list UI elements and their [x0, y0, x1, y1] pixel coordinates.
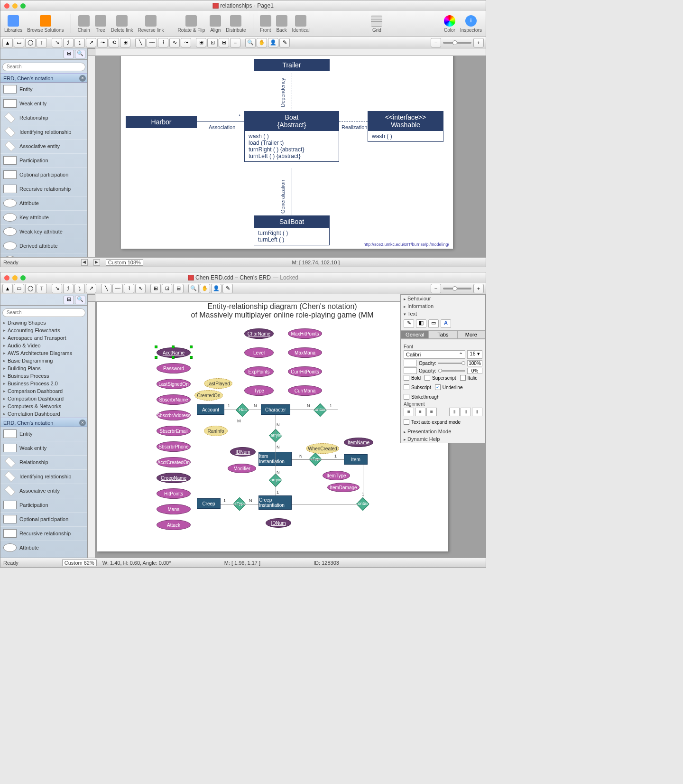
class-boat[interactable]: Boat {Abstract} wash ( ) load (Trailer t… — [244, 111, 339, 162]
line-tool-3[interactable]: ⌇ — [124, 284, 134, 293]
entity-creep[interactable]: Creep — [197, 498, 221, 509]
scroll-right-button[interactable]: ▶ — [93, 259, 100, 266]
ruler-vertical[interactable] — [88, 302, 95, 558]
attr-sbscrbrphone[interactable]: SbscrbrPhone — [157, 441, 191, 452]
attr-sbscrbrname[interactable]: SbscrbrName — [157, 394, 191, 405]
entity-item-inst[interactable]: Item Instantiation — [258, 452, 292, 466]
lib-item[interactable]: Identifying relationship — [0, 125, 87, 140]
lib-item[interactable]: Key attribute — [0, 555, 87, 558]
chk-italic[interactable]: Italic — [460, 375, 478, 381]
chk-strike[interactable]: Strikethrough — [404, 394, 482, 400]
tree-item[interactable]: Correlation Dashboard — [0, 410, 87, 418]
grid-tool[interactable]: ⊞ — [196, 38, 206, 47]
attr-currhitpoints[interactable]: CurrHitPoints — [288, 366, 322, 377]
chk-bold[interactable]: Bold — [404, 375, 421, 381]
text-style-icon-2[interactable]: ◧ — [416, 319, 426, 328]
zoom-slider[interactable] — [443, 42, 471, 44]
guides-tool[interactable]: ⊟ — [173, 284, 184, 293]
attr-charname[interactable]: CharName — [244, 328, 274, 339]
back-button[interactable]: Back — [276, 15, 287, 33]
connector-tool-3[interactable]: ⤵ — [74, 284, 85, 293]
class-trailer[interactable]: Trailer — [254, 59, 330, 71]
lib-item[interactable]: Weak key attribute — [0, 225, 87, 239]
text-style-icon-3[interactable]: ▭ — [428, 319, 439, 328]
lib-item[interactable]: Identifying relationship — [0, 470, 87, 484]
lib-item[interactable]: Entity — [0, 427, 87, 441]
line-tool-2[interactable]: 〰 — [147, 38, 157, 47]
zoom-out-button[interactable]: − — [431, 284, 441, 293]
oval-tool[interactable]: ◯ — [25, 284, 36, 293]
tree-item[interactable]: AWS Architecture Diagrams — [0, 349, 87, 357]
line-tool-5[interactable]: ⤳ — [181, 38, 191, 47]
align-right[interactable]: ≡ — [426, 408, 437, 416]
guides-tool[interactable]: ⊟ — [219, 38, 229, 47]
dependency-arrow[interactable] — [292, 73, 292, 111]
canvas-area[interactable]: Entity-relationship diagram (Chen's nota… — [88, 294, 486, 558]
attr-creepname[interactable]: CreepName — [157, 473, 191, 483]
connector-tool-6[interactable]: ⟲ — [109, 38, 119, 47]
front-button[interactable]: Front — [260, 15, 271, 33]
line-tool[interactable]: ╲ — [101, 284, 111, 293]
maximize-icon[interactable] — [20, 3, 26, 9]
opacity-slider-1[interactable] — [438, 363, 465, 364]
attr-createdon[interactable]: CreatedOn — [194, 390, 223, 401]
attr-attack[interactable]: Attack — [157, 520, 191, 530]
tab-general[interactable]: General — [401, 330, 429, 339]
entity-character[interactable]: Character — [261, 404, 290, 415]
valign-mid[interactable]: ⫴ — [461, 408, 471, 416]
opacity-slider-2[interactable] — [438, 370, 465, 372]
rect-tool[interactable]: ▭ — [14, 38, 24, 47]
lib-item[interactable]: Relationship — [0, 111, 87, 125]
ruler-horizontal[interactable] — [95, 48, 486, 56]
valign-bot[interactable]: ⫴ — [472, 408, 482, 416]
brush-tool[interactable]: ✎ — [279, 38, 290, 47]
class-sailboat[interactable]: SailBoat turnRight ( ) turnLeft ( ) — [254, 215, 330, 245]
attr-maxmana[interactable]: MaxMana — [288, 347, 322, 358]
line-tool[interactable]: ╲ — [135, 38, 146, 47]
attr-modifier[interactable]: Modifier — [228, 464, 256, 473]
lib-item[interactable]: Weak entity — [0, 441, 87, 456]
attr-raninfo[interactable]: RanInfo — [204, 426, 228, 436]
browse-solutions-button[interactable]: Browse Solutions — [27, 15, 64, 33]
search-input[interactable] — [2, 308, 85, 317]
tab-more[interactable]: More — [457, 330, 485, 339]
attr-idnum-2[interactable]: IDNum — [266, 518, 291, 528]
zoom-combo[interactable]: Custom 62% — [62, 560, 97, 566]
connector-tool-5[interactable]: ⤳ — [97, 38, 108, 47]
line-tool-2[interactable]: 〰 — [112, 284, 123, 293]
interface-washable[interactable]: <<interface>> Washable wash ( ) — [368, 111, 443, 142]
color-button[interactable]: Color — [444, 15, 455, 33]
tree-item[interactable]: Business Process — [0, 372, 87, 380]
lib-item[interactable]: Associative entity — [0, 484, 87, 498]
insp-information[interactable]: Information — [401, 302, 485, 310]
realization-arrow[interactable] — [339, 121, 368, 122]
lib-item[interactable]: Participation — [0, 154, 87, 168]
attr-whencreated[interactable]: WhenCreated — [306, 443, 339, 454]
attr-sbscrbremail[interactable]: SbscrbrEmail — [157, 426, 191, 436]
attr-level[interactable]: Level — [244, 347, 274, 358]
user-tool[interactable]: 👤 — [211, 284, 222, 293]
tree-heading[interactable]: Drawing Shapes — [0, 319, 87, 327]
close-library-button[interactable]: × — [79, 75, 86, 82]
entity-creep-inst[interactable]: Creep Instantiation — [258, 495, 292, 510]
attr-acctcreatedon[interactable]: AcctCreatedOn — [157, 457, 191, 467]
grid-button[interactable]: Grid — [371, 15, 382, 33]
lib-item[interactable]: Attribute — [0, 541, 87, 555]
selection-handle[interactable] — [155, 345, 157, 348]
search-input[interactable] — [2, 63, 85, 71]
generalization-arrow[interactable] — [292, 168, 292, 215]
zoom-in-button[interactable]: + — [473, 38, 484, 47]
close-icon[interactable] — [4, 3, 9, 9]
connector-tool[interactable]: ↘ — [52, 284, 62, 293]
entity-item[interactable]: Item — [344, 454, 368, 465]
attr-lastsignedon[interactable]: LastSignedOn — [157, 379, 191, 389]
zoom-combo[interactable]: Custom 108% — [106, 259, 143, 266]
zoom-out-button[interactable]: − — [431, 38, 441, 47]
tree-item[interactable]: Building Plans — [0, 364, 87, 372]
library-header[interactable]: ERD, Chen's notation × — [0, 418, 87, 427]
attr-type[interactable]: Type — [244, 385, 274, 396]
grid-tool[interactable]: ⊞ — [150, 284, 161, 293]
text-tool[interactable]: T — [37, 284, 47, 293]
selection-handle[interactable] — [172, 345, 175, 348]
search-tab-button[interactable]: 🔍 — [75, 296, 85, 304]
